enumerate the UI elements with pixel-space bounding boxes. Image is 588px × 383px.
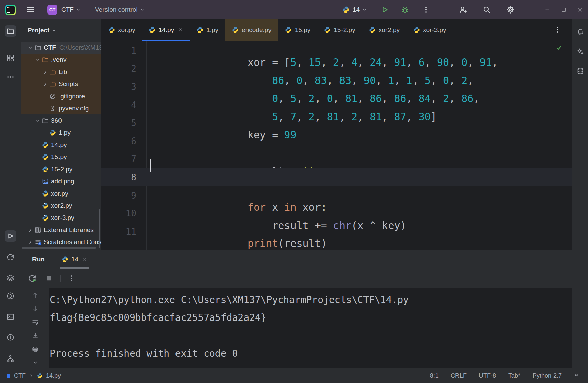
project-vertical-scrollbar[interactable] (99, 209, 100, 248)
structure-tool-button[interactable] (5, 52, 16, 64)
tree-row[interactable]: 360 (21, 114, 101, 127)
tree-row[interactable]: CTF C:\Users\XM137 (21, 42, 101, 54)
python-file-icon (196, 27, 203, 33)
status-widget[interactable]: CRLF (451, 372, 467, 379)
tree-expand-icon[interactable] (41, 70, 49, 75)
rerun-button[interactable] (26, 273, 38, 284)
run-button[interactable] (379, 4, 391, 16)
tree-row[interactable]: xor.py (21, 187, 101, 200)
python-console-icon (7, 253, 14, 261)
editor-tab[interactable]: 14.py (142, 19, 190, 41)
window-close-button[interactable] (572, 0, 588, 19)
tree-row[interactable]: .gitignore (21, 90, 101, 102)
run-tab-close-icon[interactable] (82, 257, 87, 262)
more-icon (7, 73, 14, 81)
editor-tab[interactable]: xor2.py (362, 19, 406, 41)
more-actions-button[interactable] (420, 4, 432, 16)
code-token: print (248, 237, 278, 249)
tree-row[interactable]: 15.py (21, 151, 101, 163)
ai-assistant-button[interactable] (575, 46, 586, 57)
tree-row[interactable]: 1.py (21, 127, 101, 139)
tree-row[interactable]: pyvenv.cfg (21, 102, 101, 114)
prev-occurrence-button[interactable] (31, 291, 40, 300)
left-toolbar (0, 19, 21, 368)
scroll-to-end-button[interactable] (31, 331, 40, 340)
editor-tab[interactable]: xor.py (101, 19, 142, 41)
python-file-icon (149, 27, 156, 33)
database-button[interactable] (575, 66, 586, 76)
tree-row[interactable]: xor2.py (21, 200, 101, 212)
tree-row[interactable]: Lib (21, 66, 101, 78)
problems-tool-button[interactable] (5, 332, 16, 343)
status-widget[interactable]: 8:1 (430, 372, 439, 379)
next-occurrence-button[interactable] (31, 304, 40, 313)
print-button[interactable] (31, 345, 40, 354)
readonly-lock-button[interactable] (573, 373, 580, 379)
window-minimize-button[interactable] (539, 0, 556, 19)
tree-expand-icon[interactable] (34, 57, 41, 62)
run-options-button[interactable] (66, 273, 77, 284)
python-packages-tool-button[interactable] (5, 290, 16, 302)
version-control-tool-button[interactable] (5, 353, 16, 364)
code-editor[interactable]: 1 xor = [5, 15, 2, 4, 24, 91, 6, 90, 0, … (101, 41, 572, 250)
run-tab[interactable]: 14 (60, 250, 89, 269)
run-tool-button[interactable] (5, 230, 16, 242)
line-number: 4 (101, 100, 146, 110)
tree-row[interactable]: Scratches and Conso (21, 236, 101, 248)
project-tool-button[interactable] (5, 25, 16, 37)
run-config-selector[interactable]: 14 (342, 6, 367, 14)
status-file[interactable]: 14.py (46, 372, 61, 379)
tree-row[interactable]: 15-2.py (21, 163, 101, 175)
editor-tab[interactable]: encode.py (225, 19, 278, 41)
project-widget[interactable]: CT CTF (47, 5, 81, 15)
settings-button[interactable] (504, 4, 516, 16)
python-file-icon (37, 373, 43, 379)
tree-row[interactable]: Scripts (21, 78, 101, 90)
editor-tab[interactable]: 1.py (190, 19, 225, 41)
editor-tab[interactable]: 15-2.py (317, 19, 362, 41)
editor-tab[interactable]: 15.py (278, 19, 317, 41)
tree-item-label: pyvenv.cfg (58, 105, 89, 112)
main-menu-button[interactable] (25, 4, 37, 16)
project-horizontal-scrollbar[interactable] (22, 247, 96, 249)
console-line: flag{8e9c85c009bbfcacfac2557a5fda2a24} (50, 309, 572, 327)
tree-row[interactable]: External Libraries (21, 224, 101, 236)
tree-row[interactable]: add.png (21, 175, 101, 187)
tab-label: xor.py (118, 26, 135, 34)
stop-button[interactable] (43, 273, 55, 284)
debug-button[interactable] (399, 4, 411, 16)
inspections-widget[interactable] (555, 44, 563, 51)
more-tool-windows-button[interactable] (5, 71, 16, 83)
code-lines: 1 xor = [5, 15, 2, 4, 24, 91, 6, 90, 0, … (101, 41, 572, 241)
editor-tab[interactable]: xor-3.py (406, 19, 453, 41)
tab-close-icon[interactable] (178, 27, 183, 32)
tree-expand-icon[interactable] (26, 228, 34, 233)
search-everywhere-button[interactable] (481, 4, 492, 16)
tabs-more-button[interactable] (552, 24, 563, 35)
project-panel-header[interactable]: Project (21, 19, 101, 42)
python-console-tool-button[interactable] (5, 251, 16, 263)
tree-expand-icon[interactable] (26, 240, 34, 245)
tree-row[interactable]: .venv (21, 54, 101, 66)
tree-row[interactable]: xor-3.py (21, 212, 101, 224)
status-project[interactable]: CTF (14, 372, 26, 379)
notifications-button[interactable] (575, 27, 586, 37)
tree-item-label: 15.py (51, 153, 67, 161)
services-tool-button[interactable] (5, 272, 16, 284)
window-maximize-button[interactable] (556, 0, 572, 19)
expand-chevron-icon[interactable] (31, 358, 40, 367)
status-widget[interactable]: UTF-8 (479, 372, 496, 379)
line-number: 6 (101, 136, 146, 146)
tree-expand-icon[interactable] (34, 118, 41, 123)
tree-expand-icon[interactable] (26, 45, 34, 50)
terminal-tool-button[interactable] (5, 311, 16, 323)
status-widget[interactable]: Tab* (508, 372, 520, 379)
vcs-widget[interactable]: Version control (95, 6, 145, 14)
tree-row[interactable]: 14.py (21, 139, 101, 151)
code-with-me-button[interactable] (457, 4, 469, 16)
tree-item-label: xor.py (51, 190, 68, 197)
soft-wrap-button[interactable] (31, 318, 40, 327)
status-widget[interactable]: Python 2.7 (533, 372, 562, 379)
tree-expand-icon[interactable] (41, 82, 49, 87)
tree-item-icon (42, 142, 49, 148)
